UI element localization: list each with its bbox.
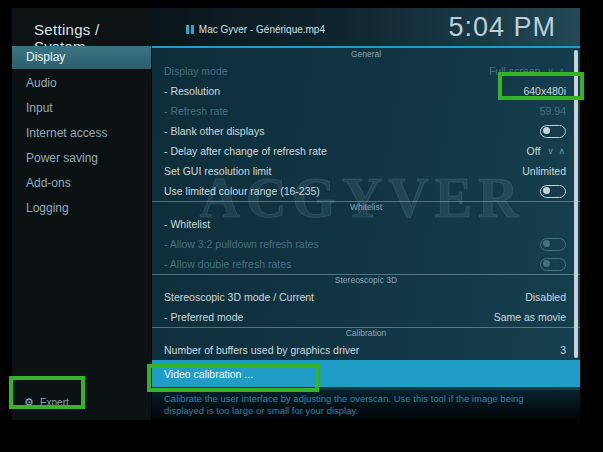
setting-label: Display mode: [164, 65, 489, 77]
sidebar-item-internet-access[interactable]: Internet access: [12, 121, 151, 146]
setting-value: Same as movie: [494, 311, 566, 323]
sidebar-item-audio[interactable]: Audio: [12, 71, 151, 96]
setting-row-preferred-mode[interactable]: - Preferred modeSame as movie: [152, 307, 580, 327]
setting-label: - Allow double refresh rates: [164, 258, 532, 270]
help-text: Calibrate the user interface by adjustin…: [164, 393, 566, 417]
setting-row-allow-3-2-pulldown-refresh-rates[interactable]: - Allow 3:2 pulldown refresh rates: [152, 234, 580, 254]
setting-row-video-calibration[interactable]: Video calibration ...: [152, 360, 580, 387]
now-playing-status: Mac Gyver - Générique.mp4: [186, 23, 325, 35]
setting-label: - Whitelist: [164, 218, 566, 230]
setting-row-allow-double-refresh-rates[interactable]: - Allow double refresh rates: [152, 254, 580, 274]
now-playing-label: Mac Gyver - Générique.mp4: [199, 24, 325, 35]
setting-row-delay-after-change-of-refresh-rate[interactable]: - Delay after change of refresh rateOff∨…: [152, 141, 580, 161]
setting-row-display-mode[interactable]: Display modeFull screen∨ ∧: [152, 61, 580, 81]
toggle-switch-off[interactable]: [540, 185, 566, 198]
pause-icon: [186, 25, 194, 34]
sidebar: DisplayAudioInputInternet accessPower sa…: [12, 46, 151, 420]
spinner-chevrons-icon[interactable]: ∨ ∧: [547, 146, 566, 156]
setting-row-stereoscopic-3d-mode-current[interactable]: Stereoscopic 3D mode / CurrentDisabled: [152, 287, 580, 307]
section-header-calibration: Calibration: [152, 327, 580, 340]
setting-value: Full screen: [489, 65, 540, 77]
setting-label: - Blank other displays: [164, 125, 532, 137]
setting-label: Set GUI resolution limit: [164, 165, 522, 177]
clock: 5:04 PM: [448, 12, 556, 43]
header-status-area: Mac Gyver - Générique.mp4 5:04 PM: [151, 8, 580, 46]
setting-label: Use limited colour range (16-235): [164, 185, 532, 197]
scrollbar[interactable]: [574, 50, 578, 358]
toggle-switch-off[interactable]: [540, 238, 566, 251]
setting-row-number-of-buffers-used-by-graphics-driver[interactable]: Number of buffers used by graphics drive…: [152, 340, 580, 360]
setting-label: Stereoscopic 3D mode / Current: [164, 291, 525, 303]
spinner-chevrons-icon[interactable]: ∨ ∧: [547, 66, 566, 76]
setting-label: Video calibration ...: [164, 368, 566, 380]
expert-level-button[interactable]: ⚙ Expert: [24, 396, 69, 409]
sidebar-item-power-saving[interactable]: Power saving: [12, 146, 151, 171]
toggle-knob: [543, 240, 550, 247]
setting-row-resolution[interactable]: - Resolution640x480i: [152, 81, 580, 101]
setting-value: 3: [560, 344, 566, 356]
toggle-knob: [543, 187, 550, 194]
setting-row-whitelist[interactable]: - Whitelist: [152, 214, 580, 234]
header-title-area: Settings / System: [12, 8, 151, 46]
setting-value: Unlimited: [522, 165, 566, 177]
sidebar-items: DisplayAudioInputInternet accessPower sa…: [12, 46, 151, 221]
setting-label: - Delay after change of refresh rate: [164, 145, 527, 157]
sidebar-item-add-ons[interactable]: Add-ons: [12, 171, 151, 196]
sidebar-item-logging[interactable]: Logging: [12, 196, 151, 221]
setting-label: - Refresh rate: [164, 105, 540, 117]
settings-panel: ACGYVER GeneralDisplay modeFull screen∨ …: [152, 46, 580, 420]
toggle-switch-off[interactable]: [540, 258, 566, 271]
section-header-whitelist: Whitelist: [152, 201, 580, 214]
help-area: Calibrate the user interface by adjustin…: [152, 390, 580, 420]
setting-row-blank-other-displays[interactable]: - Blank other displays: [152, 121, 580, 141]
setting-label: - Allow 3:2 pulldown refresh rates: [164, 238, 532, 250]
setting-row-set-gui-resolution-limit[interactable]: Set GUI resolution limitUnlimited: [152, 161, 580, 181]
settings-rows: GeneralDisplay modeFull screen∨ ∧- Resol…: [152, 48, 580, 387]
kodi-settings-screen: Settings / System Mac Gyver - Générique.…: [0, 0, 603, 452]
sidebar-item-input[interactable]: Input: [12, 96, 151, 121]
setting-label: - Preferred mode: [164, 311, 494, 323]
toggle-knob: [543, 260, 550, 267]
section-header-general: General: [152, 48, 580, 61]
setting-value: 59.94: [540, 105, 566, 117]
setting-value: Off: [527, 145, 541, 157]
sidebar-item-display[interactable]: Display: [12, 46, 151, 69]
setting-label: - Resolution: [164, 85, 523, 97]
setting-value: 640x480i: [523, 85, 566, 97]
section-header-stereoscopic-3d: Stereoscopic 3D: [152, 274, 580, 287]
expert-label: Expert: [40, 397, 69, 408]
setting-row-use-limited-colour-range-16-235[interactable]: Use limited colour range (16-235): [152, 181, 580, 201]
gear-icon: ⚙: [24, 396, 34, 409]
setting-value: Disabled: [525, 291, 566, 303]
setting-row-refresh-rate[interactable]: - Refresh rate59.94: [152, 101, 580, 121]
setting-label: Number of buffers used by graphics drive…: [164, 344, 560, 356]
toggle-switch-off[interactable]: [540, 125, 566, 138]
toggle-knob: [543, 127, 550, 134]
